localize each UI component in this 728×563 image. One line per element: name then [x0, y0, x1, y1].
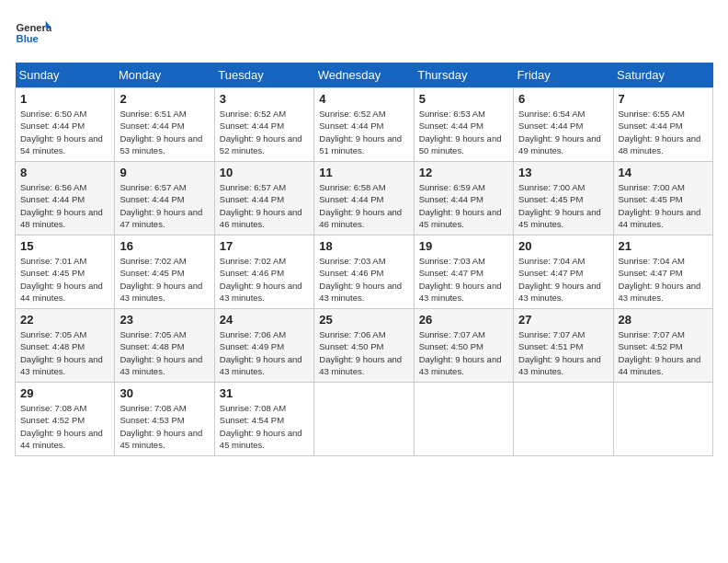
day-number: 21: [619, 239, 708, 253]
day-number: 29: [20, 386, 109, 400]
day-cell-23: 23Sunrise: 7:05 AMSunset: 4:48 PMDayligh…: [115, 309, 214, 383]
day-cell-11: 11Sunrise: 6:58 AMSunset: 4:44 PMDayligh…: [314, 162, 414, 236]
day-info: Sunrise: 6:54 AMSunset: 4:44 PMDaylight:…: [518, 108, 608, 156]
day-number: 26: [419, 313, 508, 327]
day-number: 27: [518, 313, 608, 327]
weekday-saturday: Saturday: [613, 63, 712, 88]
day-info: Sunrise: 6:56 AMSunset: 4:44 PMDaylight:…: [20, 181, 109, 230]
day-cell-24: 24Sunrise: 7:06 AMSunset: 4:49 PMDayligh…: [214, 309, 313, 383]
day-info: Sunrise: 7:02 AMSunset: 4:45 PMDaylight:…: [119, 255, 209, 304]
day-cell-5: 5Sunrise: 6:53 AMSunset: 4:44 PMDaylight…: [414, 88, 513, 162]
day-info: Sunrise: 6:57 AMSunset: 4:44 PMDaylight:…: [220, 181, 309, 230]
day-cell-16: 16Sunrise: 7:02 AMSunset: 4:45 PMDayligh…: [115, 236, 214, 309]
day-number: 2: [119, 92, 209, 106]
day-number: 20: [518, 239, 608, 253]
logo: General Blue: [15, 15, 55, 52]
weekday-sunday: Sunday: [16, 63, 115, 88]
day-cell-29: 29Sunrise: 7:08 AMSunset: 4:52 PMDayligh…: [16, 383, 115, 456]
day-cell-15: 15Sunrise: 7:01 AMSunset: 4:45 PMDayligh…: [16, 236, 115, 309]
day-cell-1: 1Sunrise: 6:50 AMSunset: 4:44 PMDaylight…: [16, 88, 115, 162]
day-cell-30: 30Sunrise: 7:08 AMSunset: 4:53 PMDayligh…: [115, 383, 214, 456]
svg-text:Blue: Blue: [17, 33, 39, 44]
day-number: 28: [619, 313, 708, 327]
weekday-thursday: Thursday: [414, 63, 513, 88]
weekday-monday: Monday: [115, 63, 214, 88]
day-info: Sunrise: 7:04 AMSunset: 4:47 PMDaylight:…: [619, 255, 708, 304]
empty-cell: [613, 383, 712, 456]
day-info: Sunrise: 6:55 AMSunset: 4:44 PMDaylight:…: [619, 108, 708, 156]
day-info: Sunrise: 7:05 AMSunset: 4:48 PMDaylight:…: [20, 328, 109, 377]
day-info: Sunrise: 7:08 AMSunset: 4:52 PMDaylight:…: [20, 402, 109, 451]
day-number: 1: [20, 92, 109, 106]
day-cell-21: 21Sunrise: 7:04 AMSunset: 4:47 PMDayligh…: [613, 236, 712, 309]
day-number: 15: [20, 239, 109, 253]
day-info: Sunrise: 7:07 AMSunset: 4:52 PMDaylight:…: [619, 328, 708, 377]
calendar-body: 1Sunrise: 6:50 AMSunset: 4:44 PMDaylight…: [16, 88, 713, 456]
day-info: Sunrise: 7:06 AMSunset: 4:49 PMDaylight:…: [220, 328, 309, 377]
day-number: 4: [319, 92, 408, 106]
day-cell-12: 12Sunrise: 6:59 AMSunset: 4:44 PMDayligh…: [414, 162, 513, 236]
day-info: Sunrise: 6:53 AMSunset: 4:44 PMDaylight:…: [419, 108, 508, 156]
day-info: Sunrise: 7:07 AMSunset: 4:51 PMDaylight:…: [518, 328, 608, 377]
day-info: Sunrise: 7:01 AMSunset: 4:45 PMDaylight:…: [20, 255, 109, 304]
day-info: Sunrise: 6:57 AMSunset: 4:44 PMDaylight:…: [119, 181, 209, 230]
day-number: 14: [619, 166, 708, 179]
day-cell-31: 31Sunrise: 7:08 AMSunset: 4:54 PMDayligh…: [214, 383, 313, 456]
day-number: 16: [119, 239, 209, 253]
day-number: 3: [220, 92, 309, 106]
day-cell-19: 19Sunrise: 7:03 AMSunset: 4:47 PMDayligh…: [414, 236, 513, 309]
logo-icon: General Blue: [15, 15, 51, 52]
day-info: Sunrise: 6:59 AMSunset: 4:44 PMDaylight:…: [419, 181, 508, 230]
week-row-2: 8Sunrise: 6:56 AMSunset: 4:44 PMDaylight…: [16, 162, 713, 236]
day-info: Sunrise: 7:06 AMSunset: 4:50 PMDaylight:…: [319, 328, 408, 377]
day-info: Sunrise: 6:51 AMSunset: 4:44 PMDaylight:…: [119, 108, 209, 156]
day-info: Sunrise: 7:08 AMSunset: 4:54 PMDaylight:…: [220, 402, 309, 451]
day-cell-14: 14Sunrise: 7:00 AMSunset: 4:45 PMDayligh…: [613, 162, 712, 236]
week-row-4: 22Sunrise: 7:05 AMSunset: 4:48 PMDayligh…: [16, 309, 713, 383]
day-info: Sunrise: 7:04 AMSunset: 4:47 PMDaylight:…: [518, 255, 608, 304]
weekday-wednesday: Wednesday: [314, 63, 414, 88]
day-info: Sunrise: 7:03 AMSunset: 4:46 PMDaylight:…: [319, 255, 408, 304]
day-info: Sunrise: 7:08 AMSunset: 4:53 PMDaylight:…: [119, 402, 209, 451]
day-cell-8: 8Sunrise: 6:56 AMSunset: 4:44 PMDaylight…: [16, 162, 115, 236]
day-number: 30: [119, 386, 209, 400]
day-cell-20: 20Sunrise: 7:04 AMSunset: 4:47 PMDayligh…: [514, 236, 613, 309]
day-info: Sunrise: 7:00 AMSunset: 4:45 PMDaylight:…: [518, 181, 608, 230]
week-row-1: 1Sunrise: 6:50 AMSunset: 4:44 PMDaylight…: [16, 88, 713, 162]
weekday-friday: Friday: [514, 63, 613, 88]
day-info: Sunrise: 7:05 AMSunset: 4:48 PMDaylight:…: [119, 328, 209, 377]
day-cell-6: 6Sunrise: 6:54 AMSunset: 4:44 PMDaylight…: [514, 88, 613, 162]
calendar-table: SundayMondayTuesdayWednesdayThursdayFrid…: [15, 63, 713, 456]
day-number: 8: [20, 166, 109, 179]
day-info: Sunrise: 7:02 AMSunset: 4:46 PMDaylight:…: [220, 255, 309, 304]
day-cell-13: 13Sunrise: 7:00 AMSunset: 4:45 PMDayligh…: [514, 162, 613, 236]
day-number: 31: [220, 386, 309, 400]
day-number: 24: [220, 313, 309, 327]
day-cell-25: 25Sunrise: 7:06 AMSunset: 4:50 PMDayligh…: [314, 309, 414, 383]
day-number: 5: [419, 92, 508, 106]
day-info: Sunrise: 7:00 AMSunset: 4:45 PMDaylight:…: [619, 181, 708, 230]
day-number: 18: [319, 239, 408, 253]
day-number: 9: [119, 166, 209, 179]
day-cell-9: 9Sunrise: 6:57 AMSunset: 4:44 PMDaylight…: [115, 162, 214, 236]
day-number: 6: [518, 92, 608, 106]
page-header: General Blue: [15, 15, 713, 52]
day-cell-26: 26Sunrise: 7:07 AMSunset: 4:50 PMDayligh…: [414, 309, 513, 383]
day-number: 13: [518, 166, 608, 179]
day-number: 7: [619, 92, 708, 106]
day-cell-2: 2Sunrise: 6:51 AMSunset: 4:44 PMDaylight…: [115, 88, 214, 162]
day-number: 10: [220, 166, 309, 179]
week-row-5: 29Sunrise: 7:08 AMSunset: 4:52 PMDayligh…: [16, 383, 713, 456]
day-info: Sunrise: 7:03 AMSunset: 4:47 PMDaylight:…: [419, 255, 508, 304]
day-cell-17: 17Sunrise: 7:02 AMSunset: 4:46 PMDayligh…: [214, 236, 313, 309]
day-cell-18: 18Sunrise: 7:03 AMSunset: 4:46 PMDayligh…: [314, 236, 414, 309]
day-info: Sunrise: 6:58 AMSunset: 4:44 PMDaylight:…: [319, 181, 408, 230]
day-cell-28: 28Sunrise: 7:07 AMSunset: 4:52 PMDayligh…: [613, 309, 712, 383]
empty-cell: [514, 383, 613, 456]
empty-cell: [414, 383, 513, 456]
day-cell-4: 4Sunrise: 6:52 AMSunset: 4:44 PMDaylight…: [314, 88, 414, 162]
day-info: Sunrise: 6:52 AMSunset: 4:44 PMDaylight:…: [319, 108, 408, 156]
day-info: Sunrise: 6:52 AMSunset: 4:44 PMDaylight:…: [220, 108, 309, 156]
day-number: 25: [319, 313, 408, 327]
day-number: 17: [220, 239, 309, 253]
